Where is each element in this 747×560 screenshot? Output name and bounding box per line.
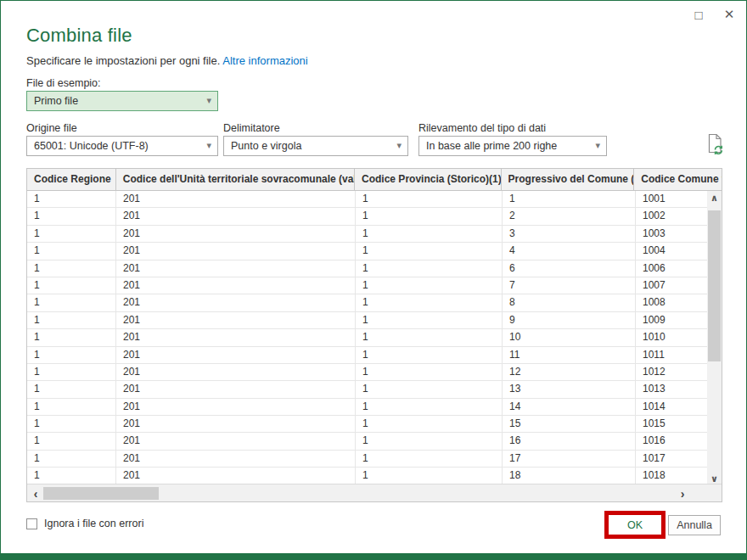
table-cell: 1 xyxy=(356,312,503,328)
table-cell: 1016 xyxy=(636,433,709,449)
origin-dropdown[interactable]: 65001: Unicode (UTF-8) ▾ xyxy=(26,136,218,156)
more-info-link[interactable]: Altre informazioni xyxy=(222,54,307,67)
column-header: Codice Regione xyxy=(27,169,116,190)
table-cell: 201 xyxy=(116,381,356,397)
page-title: Combina file xyxy=(26,25,132,47)
chevron-down-icon: ▾ xyxy=(595,140,600,151)
preview-table: Codice RegioneCodice dell'Unità territor… xyxy=(26,168,722,502)
table-cell: 9 xyxy=(503,312,636,328)
table-cell: 1006 xyxy=(636,260,709,277)
annotation-highlight: OK xyxy=(604,511,666,539)
table-cell: 201 xyxy=(116,191,356,207)
table-header: Codice RegioneCodice dell'Unità territor… xyxy=(27,169,722,191)
table-cell: 201 xyxy=(116,347,356,363)
table-row: 12011171017 xyxy=(27,451,709,468)
cancel-button[interactable]: Annulla xyxy=(668,515,721,535)
chevron-down-icon: ▾ xyxy=(206,95,211,106)
table-cell: 1 xyxy=(356,208,503,224)
sample-file-dropdown[interactable]: Primo file ▾ xyxy=(26,91,218,111)
table-cell: 1 xyxy=(503,191,636,207)
table-cell: 1013 xyxy=(636,381,709,397)
table-cell: 1 xyxy=(356,399,503,415)
table-cell: 1001 xyxy=(636,191,709,207)
table-cell: 7 xyxy=(503,277,636,294)
vertical-scrollbar-thumb[interactable] xyxy=(708,210,721,361)
table-cell: 1 xyxy=(27,191,116,207)
table-cell: 1 xyxy=(27,329,116,345)
table-cell: 4 xyxy=(503,243,636,259)
table-cell: 1 xyxy=(27,260,116,277)
ok-button[interactable]: OK xyxy=(609,515,661,535)
chevron-down-icon: ▾ xyxy=(396,140,402,151)
table-cell: 1 xyxy=(27,208,116,224)
table-cell: 1 xyxy=(356,243,503,259)
table-cell: 1008 xyxy=(636,294,709,311)
table-cell: 1 xyxy=(27,468,116,484)
vertical-scrollbar[interactable]: ∧ ∨ xyxy=(707,191,722,485)
skip-errors-checkbox[interactable] xyxy=(26,518,37,529)
table-cell: 18 xyxy=(503,468,636,484)
table-cell: 14 xyxy=(503,399,636,415)
table-cell: 201 xyxy=(116,416,356,432)
dialog-bottom-accent xyxy=(1,553,746,559)
type-detection-label: Rilevamento del tipo di dati xyxy=(418,122,546,134)
table-cell: 1017 xyxy=(636,451,709,467)
table-cell: 1 xyxy=(356,226,503,242)
table-cell: 201 xyxy=(116,451,356,467)
scroll-right-icon[interactable]: › xyxy=(676,484,689,502)
table-row: 1201181008 xyxy=(27,294,709,311)
table-cell: 13 xyxy=(503,381,636,397)
table-cell: 1 xyxy=(27,381,116,397)
table-cell: 1 xyxy=(356,381,503,397)
refresh-preview-icon[interactable] xyxy=(706,133,725,155)
table-cell: 1 xyxy=(27,416,116,432)
delimiter-dropdown[interactable]: Punto e virgola ▾ xyxy=(223,136,408,156)
table-cell: 1004 xyxy=(636,243,709,259)
table-row: 12011181018 xyxy=(27,468,709,484)
table-row: 1201111001 xyxy=(27,191,709,208)
maximize-icon[interactable]: □ xyxy=(690,6,707,23)
sample-file-label: File di esempio: xyxy=(26,77,101,89)
table-row: 1201161006 xyxy=(27,260,709,277)
chevron-down-icon: ▾ xyxy=(206,140,211,151)
type-detection-dropdown[interactable]: In base alle prime 200 righe ▾ xyxy=(418,136,607,156)
table-cell: 11 xyxy=(503,347,636,363)
table-cell: 1 xyxy=(356,433,503,449)
table-row: 1201191009 xyxy=(27,312,709,329)
table-cell: 201 xyxy=(116,468,356,484)
scroll-up-icon[interactable]: ∧ xyxy=(707,191,722,204)
skip-errors-label: Ignora i file con errori xyxy=(44,518,143,529)
table-cell: 1 xyxy=(27,226,116,242)
table-cell: 201 xyxy=(116,260,356,277)
table-cell: 2 xyxy=(503,208,636,224)
table-cell: 1 xyxy=(356,451,503,467)
table-cell: 8 xyxy=(503,294,636,311)
table-cell: 3 xyxy=(503,226,636,242)
combine-files-dialog: □ ✕ Combina file Specificare le impostaz… xyxy=(0,0,747,560)
table-cell: 10 xyxy=(503,329,636,345)
type-detection-value: In base alle prime 200 righe xyxy=(426,140,557,152)
table-cell: 1 xyxy=(356,468,503,484)
table-cell: 1 xyxy=(27,451,116,467)
close-icon[interactable]: ✕ xyxy=(721,6,738,23)
table-cell: 1002 xyxy=(636,208,709,224)
table-cell: 15 xyxy=(503,416,636,432)
scroll-left-icon[interactable]: ‹ xyxy=(29,484,42,502)
table-cell: 1 xyxy=(356,416,503,432)
table-row: 12011161016 xyxy=(27,433,709,450)
table-cell: 1 xyxy=(356,260,503,277)
table-cell: 1011 xyxy=(636,347,709,363)
table-cell: 1018 xyxy=(636,468,709,484)
horizontal-scrollbar-thumb[interactable] xyxy=(43,487,159,500)
table-cell: 201 xyxy=(116,226,356,242)
table-row: 1201171007 xyxy=(27,277,709,294)
table-cell: 1 xyxy=(27,243,116,259)
table-cell: 201 xyxy=(116,277,356,294)
table-row: 1201141004 xyxy=(27,243,709,260)
subtitle-text: Specificare le impostazioni per ogni fil… xyxy=(26,54,220,67)
table-row: 12011111011 xyxy=(27,347,709,364)
table-row: 12011141014 xyxy=(27,399,709,416)
delimiter-value: Punto e virgola xyxy=(231,140,301,152)
table-row: 1201121002 xyxy=(27,208,709,225)
horizontal-scrollbar[interactable]: ‹ › xyxy=(27,484,722,501)
